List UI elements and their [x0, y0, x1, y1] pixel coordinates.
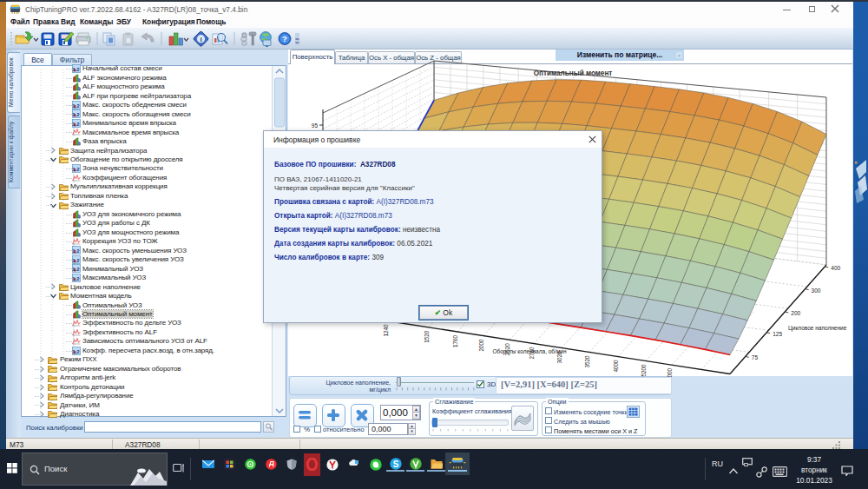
svg-text:1.2: 1.2: [72, 276, 80, 281]
svg-text:?: ?: [282, 34, 287, 43]
svg-text:1.2: 1.2: [72, 122, 80, 127]
svg-text:1.2: 1.2: [72, 258, 80, 263]
svg-text:1.2: 1.2: [72, 103, 80, 109]
svg-text:i: i: [200, 36, 201, 43]
svg-text:1.2: 1.2: [72, 249, 80, 254]
svg-text:1.2: 1.2: [72, 349, 80, 354]
svg-text:S: S: [393, 459, 399, 469]
svg-text:1.2: 1.2: [72, 167, 80, 172]
svg-text:1.2: 1.2: [72, 268, 80, 273]
svg-text:1.2: 1.2: [72, 113, 80, 118]
svg-text:1.2: 1.2: [72, 67, 80, 72]
